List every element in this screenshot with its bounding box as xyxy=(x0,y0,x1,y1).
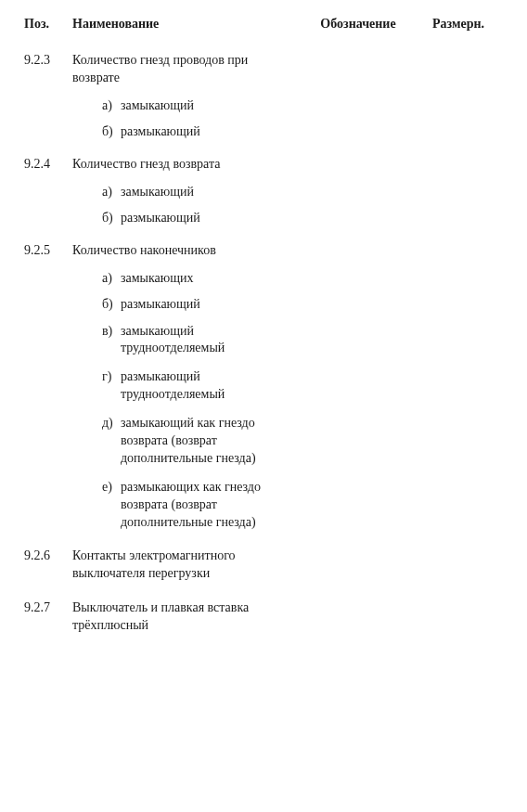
header-value: Обозначение xyxy=(302,17,414,32)
item-letter: в) xyxy=(102,323,121,358)
table-row: 9.2.7 Выключатель и плавкая вставка трёх… xyxy=(24,599,503,635)
row-number: 9.2.5 xyxy=(24,242,72,260)
row-number: 9.2.6 xyxy=(24,548,72,565)
row-number: 9.2.4 xyxy=(24,156,72,174)
item-letter: г) xyxy=(102,368,121,404)
item-text: размыкающий xyxy=(121,124,295,139)
header-description: Наименование xyxy=(72,17,302,32)
item-letter: а) xyxy=(102,98,121,113)
item-text: размыкающий трудноотделяемый xyxy=(121,368,295,404)
item-text: размыкающий xyxy=(121,211,295,226)
item-text: замыкающий xyxy=(121,185,295,200)
row-title: Количество наконечников xyxy=(72,242,302,260)
item-text: размыкающий xyxy=(121,297,295,312)
header-number: Поз. xyxy=(24,17,72,32)
table-header: Поз. Наименование Обозначение Размерн. xyxy=(24,17,503,32)
item-text: замыкающий трудноотделяемый xyxy=(121,323,295,358)
item-text: замыкающих xyxy=(121,271,295,286)
item-letter: а) xyxy=(102,271,121,286)
item-letter: е) xyxy=(102,479,121,532)
list-item: б) размыкающий xyxy=(102,297,295,312)
list-item: б) размыкающий xyxy=(102,124,295,139)
row-title: Количество гнезд возврата xyxy=(72,156,302,174)
table-row: 9.2.3 Количество гнезд проводов при возв… xyxy=(24,52,503,139)
list-item: е) размыкающих как гнездо возврата (возв… xyxy=(102,479,295,532)
item-letter: д) xyxy=(102,415,121,468)
list-item: б) размыкающий xyxy=(102,211,295,226)
item-text: замыкающий как гнездо возврата (возврат … xyxy=(121,415,295,468)
row-number: 9.2.3 xyxy=(24,52,72,70)
row-title: Количество гнезд проводов при возврате xyxy=(72,52,302,87)
table-row: 9.2.6 Контакты электромагнитного выключа… xyxy=(24,548,503,583)
list-item: а) замыкающий xyxy=(102,185,295,200)
item-text: размыкающих как гнездо возврата (возврат… xyxy=(121,479,295,532)
table-row: 9.2.4 Количество гнезд возврата а) замык… xyxy=(24,156,503,226)
item-letter: б) xyxy=(102,124,121,139)
row-number: 9.2.7 xyxy=(24,599,72,617)
item-letter: б) xyxy=(102,211,121,226)
header-reference: Размерн. xyxy=(414,17,503,32)
row-title: Контакты электромагнитного выключателя п… xyxy=(72,548,302,583)
list-item: д) замыкающий как гнездо возврата (возвр… xyxy=(102,415,295,468)
row-title: Выключатель и плавкая вставка трёхплюсны… xyxy=(72,599,302,635)
list-item: а) замыкающий xyxy=(102,98,295,113)
item-text: замыкающий xyxy=(121,98,295,113)
list-item: а) замыкающих xyxy=(102,271,295,286)
list-item: в) замыкающий трудноотделяемый xyxy=(102,323,295,358)
item-letter: а) xyxy=(102,185,121,200)
list-item: г) размыкающий трудноотделяемый xyxy=(102,368,295,404)
table-row: 9.2.5 Количество наконечников а) замыкаю… xyxy=(24,242,503,532)
item-letter: б) xyxy=(102,297,121,312)
